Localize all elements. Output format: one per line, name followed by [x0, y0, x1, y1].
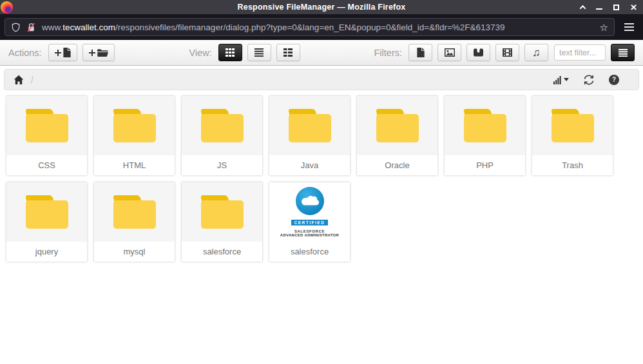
folder-icon	[552, 109, 594, 142]
window-title: Responsive FileManager — Mozilla Firefox	[0, 3, 643, 12]
minimize-icon[interactable]	[596, 8, 602, 10]
filters-group: Filters: ♫	[374, 44, 635, 61]
bookmark-star-icon[interactable]: ☆	[600, 23, 608, 32]
tile-thumbnail: CERTIFIEDSALESFORCEADVANCED ADMINISTRATO…	[269, 182, 350, 242]
folder-tile[interactable]: JS	[182, 96, 262, 175]
column-list-view-icon	[283, 48, 293, 57]
tile-label: HTML	[94, 155, 175, 175]
folder-icon	[26, 109, 68, 142]
caret-down-icon	[564, 78, 569, 81]
browser-navbar: www.tecwallet.com/responsivefiles/filema…	[0, 14, 643, 40]
file-icon	[417, 48, 425, 57]
maximize-icon[interactable]	[613, 5, 619, 10]
folder-icon	[113, 195, 156, 229]
tile-thumbnail	[6, 96, 87, 155]
tile-label: JS	[182, 155, 262, 175]
file-grid: CSSHTMLJSJavaOraclePHPTrashjquerymysqlsa…	[0, 90, 643, 267]
tile-thumbnail	[182, 182, 262, 242]
filter-archives-button[interactable]	[466, 44, 490, 61]
folder-icon	[464, 109, 506, 142]
salesforce-certified-badge: CERTIFIEDSALESFORCEADVANCED ADMINISTRATO…	[278, 187, 342, 237]
breadcrumb-bar: / ?	[4, 69, 639, 90]
grid-view-icon	[226, 48, 235, 57]
tile-thumbnail	[532, 96, 613, 155]
shield-icon[interactable]	[11, 23, 21, 32]
url-domain: tecwallet.com	[62, 23, 115, 32]
tile-label: PHP	[445, 155, 525, 175]
tile-label: salesforce	[182, 242, 262, 262]
filters-label: Filters:	[374, 48, 403, 58]
new-folder-button[interactable]	[82, 44, 115, 61]
image-tile[interactable]: CERTIFIEDSALESFORCEADVANCED ADMINISTRATO…	[269, 182, 350, 262]
archive-icon	[474, 48, 483, 57]
home-icon[interactable]	[14, 75, 24, 85]
url-bar[interactable]: www.tecwallet.com/responsivefiles/filema…	[5, 18, 615, 36]
shade-window-icon[interactable]	[580, 5, 586, 11]
view-group: View:	[189, 44, 300, 61]
view-columns-button[interactable]	[276, 44, 300, 61]
window-controls: ✕	[581, 0, 637, 14]
folder-icon	[113, 109, 156, 142]
folder-icon	[26, 195, 68, 229]
view-list-button[interactable]	[247, 44, 271, 61]
folder-icon	[97, 48, 108, 57]
help-button[interactable]: ?	[609, 75, 619, 85]
url-path: /responsivefiles/filemanager/dialog.php?…	[115, 23, 505, 32]
folder-tile[interactable]: jquery	[6, 182, 87, 262]
folder-icon	[201, 195, 244, 229]
filter-images-button[interactable]	[437, 44, 461, 61]
tile-label: mysql	[94, 242, 175, 262]
tile-thumbnail	[269, 96, 350, 155]
tile-thumbnail	[182, 96, 262, 155]
plus-icon	[89, 50, 95, 56]
folder-icon	[201, 109, 244, 142]
filter-music-button[interactable]: ♫	[524, 44, 548, 61]
tile-label: salesforce	[269, 242, 350, 262]
tile-label: Oracle	[357, 155, 437, 175]
badge-ribbon: CERTIFIED	[291, 219, 329, 227]
apply-filter-button[interactable]	[611, 44, 635, 61]
window-titlebar: Responsive FileManager — Mozilla Firefox…	[0, 0, 643, 14]
folder-tile[interactable]: mysql	[94, 182, 175, 262]
breadcrumb-actions: ?	[553, 75, 619, 85]
folder-tile[interactable]: Oracle	[357, 96, 437, 175]
folder-icon	[376, 109, 419, 142]
filemanager-toolbar: Actions: View:	[0, 40, 643, 66]
breadcrumb-separator: /	[31, 75, 34, 85]
filter-videos-button[interactable]	[495, 44, 519, 61]
insecure-lock-icon[interactable]	[26, 23, 36, 32]
sort-button[interactable]	[553, 75, 569, 84]
url-text[interactable]: www.tecwallet.com/responsivefiles/filema…	[42, 23, 594, 32]
view-grid-button[interactable]	[218, 44, 242, 61]
tile-label: CSS	[6, 155, 87, 175]
music-note-icon: ♫	[532, 47, 541, 58]
question-mark-icon: ?	[612, 76, 616, 83]
text-filter-input[interactable]	[554, 44, 606, 61]
list-icon	[619, 49, 628, 57]
new-file-button[interactable]	[48, 44, 77, 61]
plus-icon	[55, 50, 61, 56]
tile-thumbnail	[6, 182, 87, 242]
refresh-icon[interactable]	[584, 75, 594, 85]
folder-tile[interactable]: HTML	[94, 96, 175, 175]
tile-thumbnail	[94, 182, 175, 242]
tile-label: Trash	[532, 155, 613, 175]
filter-files-button[interactable]	[408, 44, 432, 61]
folder-tile[interactable]: Java	[269, 96, 350, 175]
menu-hamburger-icon[interactable]	[619, 23, 638, 31]
close-icon[interactable]: ✕	[630, 3, 637, 12]
tile-label: jquery	[6, 242, 87, 262]
badge-line2: ADVANCED ADMINISTRATOR	[278, 233, 342, 237]
tile-thumbnail	[94, 96, 175, 155]
list-view-icon	[254, 48, 264, 57]
film-icon	[503, 48, 512, 57]
folder-tile[interactable]: salesforce	[182, 182, 262, 262]
tile-thumbnail	[445, 96, 525, 155]
folder-tile[interactable]: Trash	[532, 96, 613, 175]
sort-bars-icon	[553, 75, 562, 84]
folder-tile[interactable]: PHP	[445, 96, 525, 175]
actions-label: Actions:	[8, 48, 42, 58]
folder-tile[interactable]: CSS	[6, 96, 87, 175]
url-www: www.	[42, 23, 62, 32]
tile-label: Java	[269, 155, 350, 175]
